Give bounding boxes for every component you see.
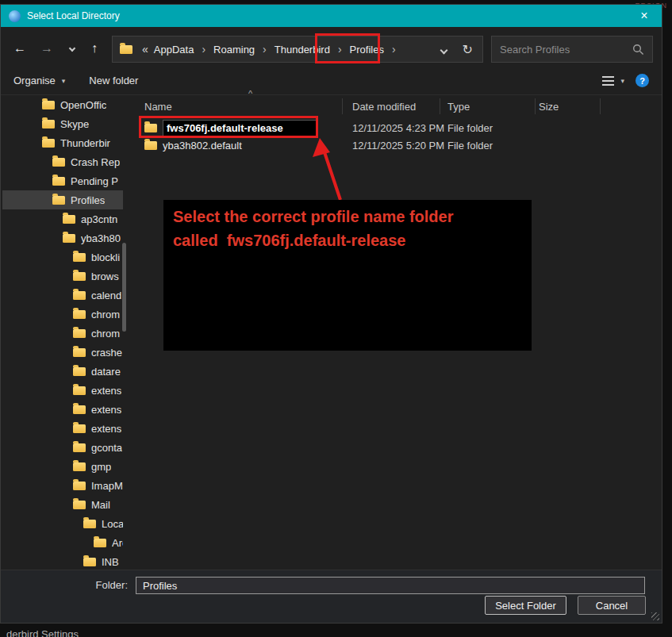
folder-field-label: Folder: [76,579,128,591]
tree-item-label: chrom [91,328,120,340]
folder-name-input[interactable] [136,577,645,594]
folder-icon [73,462,86,471]
file-type: File folder [447,140,539,152]
file-row[interactable]: yba3h802.default 12/11/2025 5:20 PM File… [132,136,654,154]
command-bar: Organise ▾ New folder ▾ ? [1,67,662,95]
tree-item[interactable]: ImapM [2,476,123,495]
folder-icon [42,101,55,109]
breadcrumb-item[interactable]: Thunderbird › [272,43,348,56]
tree-item[interactable]: Pending P [2,171,123,190]
tree-item[interactable]: yba3h80 [2,228,123,248]
tree-item[interactable]: Profiles [2,190,123,209]
tree-item-label: Pending P [71,175,118,187]
command-bar-right: ▾ ? [602,74,649,87]
tree-item[interactable]: extens [2,419,123,438]
organise-button[interactable]: Organise ▾ [13,75,65,86]
folder-icon [73,329,86,338]
tree-item[interactable]: Skype [2,114,123,133]
breadcrumb-label: Roaming [211,44,257,56]
breadcrumb-separator[interactable]: › [332,43,348,56]
folder-icon [52,177,65,186]
tree-item[interactable]: Loca [2,514,123,533]
folder-icon [52,158,65,167]
file-date: 12/11/2025 4:23 PM [352,122,447,134]
breadcrumb-separator[interactable]: › [257,43,272,56]
sidebar-scrollbar[interactable] [122,243,126,332]
column-divider[interactable] [535,98,536,114]
tree-item-label: extens [91,385,121,397]
recent-locations-dropdown[interactable] [61,37,83,59]
tree-item-label: yba3h80 [81,232,121,244]
tree-item[interactable]: extens [2,400,123,419]
tree-item[interactable]: gconta [2,438,123,457]
folder-icon [52,196,65,205]
column-divider[interactable] [440,98,440,114]
tree-item[interactable]: INB [2,552,123,570]
forward-button[interactable]: → [36,37,58,59]
breadcrumb-item[interactable]: Roaming › [211,43,272,56]
cancel-button[interactable]: Cancel [578,596,646,615]
tree-item[interactable]: crashe [2,343,123,362]
select-folder-button[interactable]: Select Folder [485,596,566,615]
file-list: fws706fj.default-release 12/11/2025 4:23… [132,119,654,154]
up-button[interactable]: ↑ [83,37,106,59]
file-type: File folder [447,122,539,134]
tree-item[interactable]: Arc [2,533,123,552]
tree-item-label: Skype [60,118,89,130]
tree-item[interactable]: chrom [2,305,123,324]
column-header-type[interactable]: Type [447,101,539,113]
search-input[interactable] [492,44,632,56]
file-row[interactable]: fws706fj.default-release 12/11/2025 4:23… [132,119,654,136]
tree-item-label: Mail [91,499,110,511]
column-header-size[interactable]: Size [539,101,654,113]
tree-item-label: crashe [91,347,122,359]
breadcrumb-item[interactable]: AppData › [152,43,211,56]
refresh-button[interactable]: ↻ [463,42,473,57]
breadcrumb-item[interactable]: Profiles › [348,43,401,56]
help-button[interactable]: ? [636,74,649,87]
search-icon [632,44,644,56]
tree-item-label: calend [91,290,121,301]
close-button[interactable]: × [627,5,662,27]
back-button[interactable]: ← [9,37,31,59]
tree-item[interactable]: extens [2,381,123,400]
breadcrumb-separator[interactable]: › [196,43,211,56]
folder-icon [73,272,86,281]
tree-item[interactable]: brows [2,267,123,286]
tree-item[interactable]: chrom [2,324,123,343]
resize-grip[interactable] [651,612,659,620]
breadcrumb-overflow-button[interactable]: « [139,43,152,56]
address-bar-controls: ↻ [441,42,482,57]
tree-item-label: brows [91,271,119,282]
tree-item[interactable]: calend [2,286,123,305]
column-divider[interactable] [342,98,343,114]
folder-icon [42,139,55,148]
folder-icon [73,348,86,357]
column-header-name[interactable]: Name [132,101,352,113]
new-folder-button[interactable]: New folder [89,75,138,86]
breadcrumb-separator[interactable]: › [386,43,401,56]
tree-item[interactable]: datare [2,362,123,381]
view-mode-button[interactable]: ▾ [602,76,624,86]
column-header-date[interactable]: Date modified [352,101,447,113]
folder-icon [73,253,86,262]
tree-item-label: gconta [91,442,122,454]
tree-item-label: datare [91,366,121,378]
dialog-titlebar[interactable]: Select Local Directory [1,5,662,27]
tree-item-label: Thunderbir [60,137,110,149]
tree-item-label: INB [102,556,119,568]
tree-item[interactable]: ap3cntn [2,209,123,228]
tree-item[interactable]: Crash Rep [2,152,123,171]
tree-item[interactable]: gmp [2,457,123,476]
column-divider[interactable] [600,98,601,114]
address-dropdown-button[interactable] [441,42,447,56]
folder-icon [83,520,96,528]
tree-item[interactable]: OpenOffic [2,95,123,114]
file-date: 12/11/2025 5:20 PM [352,140,447,152]
folder-tree: OpenOffic Skype Thunderbir Crash Rep [2,95,123,570]
tree-item[interactable]: Thunderbir [2,133,123,152]
address-bar[interactable]: « AppData › Roaming › Thunderbird [112,36,483,63]
tree-item[interactable]: Mail [2,495,123,514]
breadcrumb-label: Thunderbird [272,44,332,56]
tree-item[interactable]: blockli [2,248,123,267]
